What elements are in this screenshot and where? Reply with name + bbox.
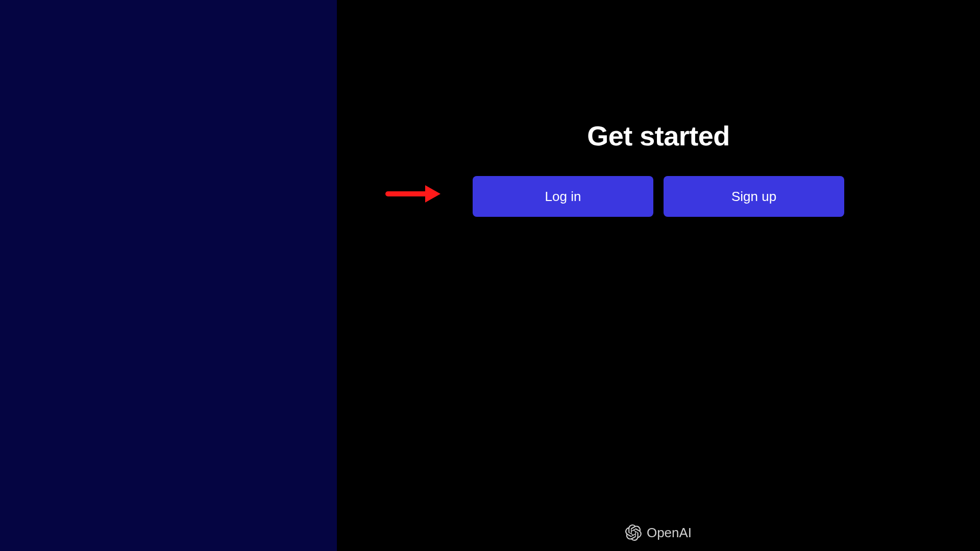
auth-content: Get started Log in Sign up (473, 120, 844, 217)
footer-brand: OpenAI (625, 524, 692, 541)
footer-brand-text: OpenAI (647, 525, 692, 541)
login-button-label: Log in (545, 189, 581, 205)
left-panel (0, 0, 337, 551)
button-row: Log in Sign up (473, 176, 844, 217)
svg-marker-1 (425, 185, 440, 203)
signup-button[interactable]: Sign up (664, 176, 844, 217)
page-title: Get started (587, 120, 730, 152)
openai-logo-icon (625, 524, 642, 541)
right-panel: Get started Log in Sign up OpenAI (337, 0, 980, 551)
signup-button-label: Sign up (731, 189, 776, 205)
login-button[interactable]: Log in (473, 176, 653, 217)
annotation-arrow-icon (385, 181, 442, 207)
